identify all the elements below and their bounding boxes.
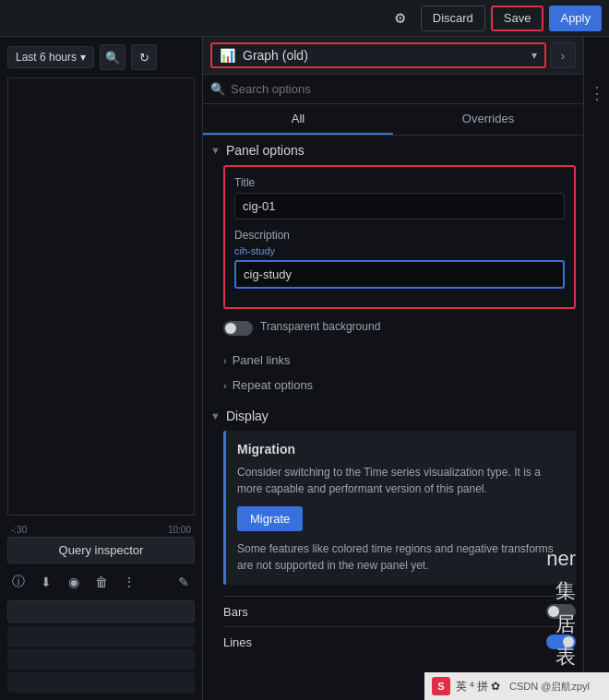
panel-links-item[interactable]: › Panel links [223, 348, 576, 373]
handle-dots-icon: ⋮ [589, 83, 605, 103]
query-row [7, 649, 195, 670]
apply-button[interactable]: Apply [549, 6, 602, 31]
migration-note: Some features like colored time regions … [237, 540, 565, 574]
tab-overrides[interactable]: Overrides [393, 104, 583, 135]
chevron-down-icon: ▾ [80, 51, 86, 64]
refresh-button[interactable]: ↻ [131, 44, 157, 70]
trash-action-icon[interactable]: 🗑 [90, 571, 113, 593]
viz-chevron-down-icon: ▾ [531, 49, 537, 62]
tab-all[interactable]: All [203, 104, 393, 135]
left-panel: Last 6 hours ▾ 🔍 ↻ -:30 10:00 Query insp… [0, 37, 203, 700]
panel-links-collapse-icon: › [223, 355, 227, 366]
migrate-button[interactable]: Migrate [237, 506, 303, 531]
migration-box: Migration Consider switching to the Time… [223, 431, 576, 585]
search-bar: 🔍 [203, 75, 583, 104]
query-actions: ⓘ ⬇ ◉ 🗑 ⋮ ✎ [7, 571, 195, 593]
ime-logo: S [432, 677, 450, 695]
viz-selector-inner[interactable]: 📊 Graph (old) ▾ [210, 42, 546, 68]
search-icon: 🔍 [210, 82, 225, 96]
eye-action-icon[interactable]: ◉ [63, 571, 85, 593]
ime-toolbar: S 英 ⁴ 拼 ✿ CSDN @启航zpyl [424, 672, 609, 700]
settings-content: ▼ Panel options Title Description cih-st… [203, 136, 583, 700]
chart-label-end: 10:00 [168, 525, 191, 535]
display-collapse-icon: ▼ [210, 410, 221, 421]
arrow-right-icon: › [561, 49, 565, 63]
ime-text: 英 ⁴ 拼 ✿ [456, 679, 500, 694]
panel-options-section-header[interactable]: ▼ Panel options [210, 143, 576, 158]
download-action-icon[interactable]: ⬇ [35, 571, 57, 593]
chart-area [7, 77, 195, 516]
right-panel: 📊 Graph (old) ▾ › 🔍 All Overrides ▼ Pane… [203, 37, 583, 700]
main-layout: Last 6 hours ▾ 🔍 ↻ -:30 10:00 Query insp… [0, 37, 609, 700]
top-toolbar: ⚙ Discard Save Apply [0, 0, 609, 37]
title-field-input[interactable] [234, 193, 565, 219]
discard-button[interactable]: Discard [421, 6, 485, 31]
repeat-options-collapse-icon: › [223, 380, 227, 391]
panel-links-label: Panel links [233, 353, 291, 367]
lines-toggle[interactable] [546, 635, 576, 649]
viz-arrow-right-button[interactable]: › [550, 42, 576, 68]
gear-icon: ⚙ [394, 10, 406, 27]
description-field-hint: cih-study [234, 245, 565, 256]
display-section-header[interactable]: ▼ Display [210, 409, 576, 423]
save-button[interactable]: Save [491, 6, 544, 31]
panel-options-title: Panel options [226, 143, 304, 158]
bars-label: Bars [223, 605, 248, 619]
panel-options-box: Title Description cih-study [223, 165, 576, 309]
settings-icon-button[interactable]: ⚙ [386, 6, 415, 31]
chart-icon: 📊 [220, 48, 235, 63]
transparent-bg-label: Transparent background [260, 320, 380, 333]
bars-toggle[interactable] [546, 604, 576, 619]
zoom-button[interactable]: 🔍 [100, 44, 125, 70]
transparent-bg-row: Transparent background [223, 320, 576, 337]
dots-action-icon[interactable]: ⋮ [118, 571, 140, 593]
chart-labels: -:30 10:00 [7, 523, 195, 537]
repeat-options-item[interactable]: › Repeat options [223, 373, 576, 397]
query-input-field[interactable] [7, 600, 195, 623]
ime-brand: CSDN @启航zpyl [509, 680, 590, 694]
panel-options-collapse-icon: ▼ [210, 145, 221, 156]
repeat-options-label: Repeat options [233, 378, 313, 392]
description-field-input[interactable] [234, 260, 565, 289]
tabs-row: All Overrides [203, 104, 583, 136]
search-options-input[interactable] [231, 82, 576, 96]
refresh-icon: ↻ [139, 51, 149, 65]
lines-option-row: Lines [223, 626, 576, 657]
display-section-title: Display [226, 409, 269, 423]
far-right-panel: ⋮ [583, 37, 609, 700]
time-range-label: Last 6 hours [16, 51, 77, 64]
query-row [7, 672, 195, 693]
query-rows [7, 626, 195, 693]
edit-action-icon[interactable]: ✎ [173, 571, 195, 593]
bars-option-row: Bars [223, 596, 576, 626]
time-selector: Last 6 hours ▾ 🔍 ↻ [7, 44, 195, 70]
migration-description: Consider switching to the Time series vi… [237, 464, 565, 497]
chart-label-start: -:30 [11, 525, 27, 535]
viz-selector: 📊 Graph (old) ▾ › [203, 37, 583, 75]
query-inspector-button[interactable]: Query inspector [7, 537, 195, 564]
display-section-content: Migration Consider switching to the Time… [210, 431, 576, 657]
info-action-icon[interactable]: ⓘ [7, 571, 30, 593]
viz-name-label: Graph (old) [243, 48, 528, 63]
description-field-label: Description [234, 229, 565, 242]
lines-label: Lines [223, 635, 252, 649]
transparent-bg-toggle[interactable] [223, 321, 253, 336]
zoom-icon: 🔍 [105, 51, 120, 65]
migration-title: Migration [237, 442, 565, 457]
panel-options-content: Title Description cih-study Transparent … [210, 165, 576, 397]
query-row [7, 626, 195, 647]
time-range-button[interactable]: Last 6 hours ▾ [7, 46, 94, 68]
title-field-label: Title [234, 176, 565, 189]
